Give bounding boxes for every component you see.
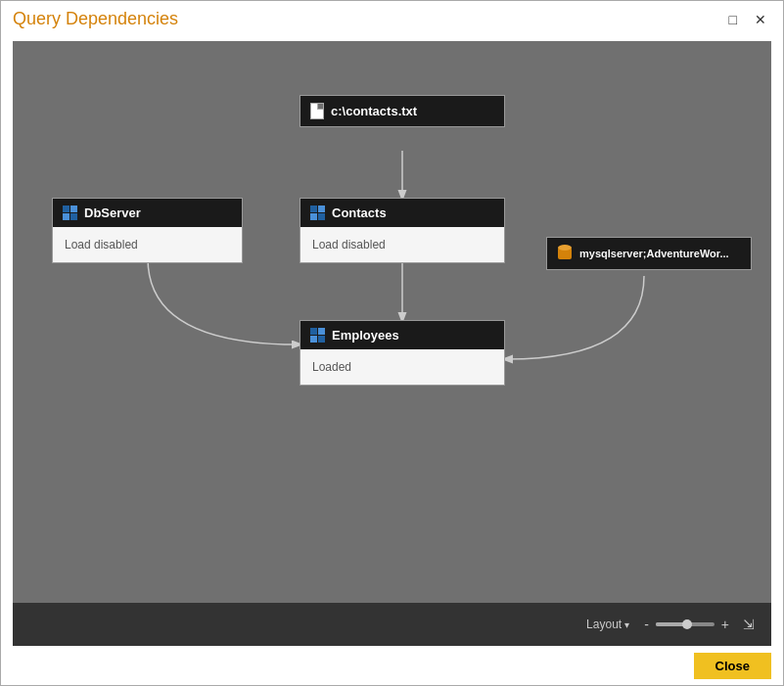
close-window-button[interactable]: ✕	[750, 11, 771, 28]
zoom-control: - +	[641, 617, 732, 632]
window-title: Query Dependencies	[13, 9, 178, 29]
zoom-out-button[interactable]: -	[641, 617, 652, 632]
node-contacts-file-header: c:\contacts.txt	[300, 96, 504, 126]
zoom-slider-fill	[656, 622, 685, 626]
node-employees-body: Loaded	[300, 349, 504, 385]
file-icon	[310, 103, 324, 119]
bottom-bar: Layout ▾ - + ⇲	[13, 603, 771, 646]
node-contacts[interactable]: Contacts Load disabled	[300, 198, 505, 263]
node-mysql[interactable]: mysqlserver;AdventureWor...	[546, 237, 752, 270]
table-icon-employees	[310, 328, 325, 343]
close-button[interactable]: Close	[694, 653, 771, 679]
node-mysql-header: mysqlserver;AdventureWor...	[547, 238, 751, 269]
node-contacts-label: Contacts	[332, 206, 387, 220]
node-contacts-body: Load disabled	[300, 227, 504, 262]
node-contacts-file-label: c:\contacts.txt	[331, 104, 417, 118]
table-icon-contacts	[310, 206, 325, 220]
node-dbserver[interactable]: DbServer Load disabled	[52, 198, 243, 263]
zoom-slider-thumb	[682, 619, 692, 629]
node-employees-header: Employees	[300, 321, 504, 349]
node-contacts-header: Contacts	[300, 199, 504, 227]
node-employees-label: Employees	[332, 328, 399, 343]
node-dbserver-label: DbServer	[84, 206, 141, 220]
node-dbserver-header: DbServer	[53, 199, 242, 227]
main-window: Query Dependencies □ ✕	[0, 0, 784, 686]
minimize-button[interactable]: □	[724, 11, 742, 28]
fit-to-window-button[interactable]: ⇲	[738, 615, 760, 634]
node-mysql-label: mysqlserver;AdventureWor...	[579, 248, 729, 259]
footer-row: Close	[1, 646, 783, 685]
node-dbserver-body: Load disabled	[53, 227, 242, 262]
node-contacts-file[interactable]: c:\contacts.txt	[300, 95, 505, 127]
zoom-slider[interactable]	[656, 622, 715, 626]
title-bar: Query Dependencies □ ✕	[1, 1, 783, 33]
node-employees[interactable]: Employees Loaded	[300, 320, 505, 386]
layout-button[interactable]: Layout ▾	[580, 615, 635, 634]
diagram-canvas: c:\contacts.txt Contacts Load disabled	[13, 41, 771, 603]
title-bar-controls: □ ✕	[724, 11, 771, 28]
zoom-in-button[interactable]: +	[718, 617, 732, 632]
table-icon-dbserver	[63, 206, 77, 220]
cylinder-icon	[557, 245, 573, 262]
